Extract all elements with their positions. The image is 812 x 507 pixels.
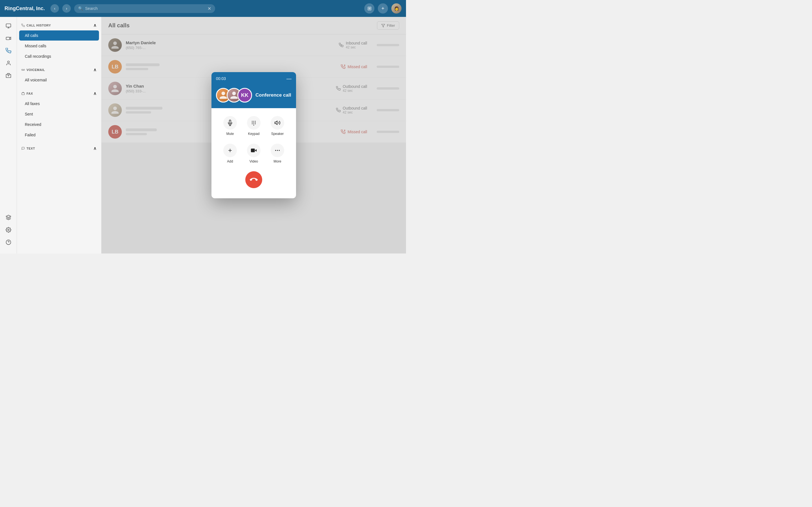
fax-header[interactable]: FAX ∧ bbox=[17, 87, 101, 98]
apps-button[interactable]: ⊞ bbox=[364, 3, 374, 13]
svg-point-9 bbox=[22, 69, 23, 70]
main-layout: CALL HISTORY ∧ All calls Missed calls Ca… bbox=[0, 17, 406, 253]
svg-point-22 bbox=[253, 122, 254, 123]
rail-icon-plugins[interactable] bbox=[3, 212, 14, 223]
call-history-title: CALL HISTORY bbox=[21, 24, 51, 27]
rail-icon-contacts[interactable] bbox=[3, 57, 14, 69]
mute-button[interactable]: Mute bbox=[223, 116, 237, 136]
fax-title: FAX bbox=[21, 92, 33, 95]
sidebar-item-sent[interactable]: Sent bbox=[19, 109, 99, 119]
text-title: TEXT bbox=[21, 147, 35, 150]
rail-bottom bbox=[3, 212, 14, 250]
svg-point-20 bbox=[255, 121, 256, 122]
svg-point-10 bbox=[23, 69, 25, 70]
voicemail-collapse-icon: ∧ bbox=[93, 67, 97, 72]
text-header[interactable]: TEXT ∧ bbox=[17, 142, 101, 153]
svg-point-32 bbox=[279, 150, 280, 151]
modal-header: 00:03 — bbox=[211, 72, 296, 85]
mute-icon bbox=[223, 116, 237, 129]
speaker-label: Speaker bbox=[271, 132, 284, 136]
svg-point-18 bbox=[252, 121, 253, 122]
more-label: More bbox=[273, 159, 281, 163]
sidebar-item-call-recordings[interactable]: Call recordings bbox=[19, 51, 99, 61]
user-avatar[interactable]: 👩 bbox=[391, 3, 402, 13]
svg-rect-12 bbox=[22, 93, 24, 95]
icon-rail bbox=[0, 17, 17, 253]
voicemail-header[interactable]: VOICEMAIL ∧ bbox=[17, 64, 101, 75]
svg-marker-28 bbox=[275, 121, 277, 125]
speaker-button[interactable]: Speaker bbox=[271, 116, 284, 136]
fax-collapse-icon: ∧ bbox=[93, 91, 97, 96]
add-button[interactable]: + Add bbox=[223, 144, 237, 163]
video-icon bbox=[247, 144, 260, 157]
call-modal: 00:03 — KK Conference call bbox=[211, 72, 296, 198]
add-label: Add bbox=[227, 159, 233, 163]
modal-overlay: 00:03 — KK Conference call bbox=[101, 17, 406, 253]
sidebar-item-all-calls[interactable]: All calls bbox=[19, 31, 99, 41]
svg-point-6 bbox=[8, 229, 9, 231]
avatar-group: KK bbox=[216, 88, 252, 103]
more-button[interactable]: More bbox=[271, 144, 284, 163]
sidebar-item-all-faxes[interactable]: All faxes bbox=[19, 99, 99, 109]
search-bar: 🔍 ✕ bbox=[74, 4, 215, 13]
back-button[interactable]: ‹ bbox=[50, 4, 59, 13]
app-title: RingCentral, Inc. bbox=[4, 6, 45, 11]
svg-point-23 bbox=[255, 122, 256, 123]
add-icon: + bbox=[223, 144, 237, 157]
end-call-button[interactable] bbox=[245, 171, 262, 188]
more-icon bbox=[271, 144, 284, 157]
rail-icon-settings[interactable] bbox=[3, 224, 14, 235]
svg-point-24 bbox=[252, 123, 253, 124]
keypad-label: Keypad bbox=[248, 132, 260, 136]
modal-end-row bbox=[218, 171, 289, 193]
svg-point-2 bbox=[7, 61, 9, 63]
svg-point-19 bbox=[253, 121, 254, 122]
sidebar-item-missed-calls[interactable]: Missed calls bbox=[19, 41, 99, 51]
rail-icon-video[interactable] bbox=[3, 33, 14, 44]
sidebar-item-failed[interactable]: Failed bbox=[19, 130, 99, 140]
conference-call-label: Conference call bbox=[255, 93, 291, 98]
svg-point-25 bbox=[253, 123, 254, 124]
rail-icon-phone[interactable] bbox=[3, 45, 14, 56]
mute-label: Mute bbox=[226, 132, 234, 136]
add-button[interactable]: + bbox=[378, 3, 388, 13]
sidebar-item-received[interactable]: Received bbox=[19, 119, 99, 129]
rail-icon-messages[interactable] bbox=[3, 20, 14, 32]
svg-point-21 bbox=[252, 122, 253, 123]
svg-rect-0 bbox=[6, 24, 11, 27]
minimize-button[interactable]: — bbox=[287, 76, 292, 81]
sidebar: CALL HISTORY ∧ All calls Missed calls Ca… bbox=[17, 17, 101, 253]
video-label: Video bbox=[250, 159, 258, 163]
sidebar-item-all-voicemail[interactable]: All voicemail bbox=[19, 75, 99, 85]
topbar: RingCentral, Inc. ‹ › 🔍 ✕ ⊞ + 👩 bbox=[0, 0, 406, 17]
voicemail-title: VOICEMAIL bbox=[21, 68, 45, 71]
search-input[interactable] bbox=[85, 6, 205, 11]
main-content: All calls Filter Martyn Daniele (650) 76… bbox=[101, 17, 406, 253]
svg-point-30 bbox=[275, 150, 276, 151]
svg-point-26 bbox=[255, 123, 256, 124]
rail-icon-fax[interactable] bbox=[3, 70, 14, 81]
keypad-icon bbox=[247, 116, 260, 129]
call-timer: 00:03 bbox=[216, 76, 226, 81]
modal-avatars-section: KK Conference call bbox=[211, 85, 296, 108]
text-collapse-icon: ∧ bbox=[93, 146, 97, 151]
svg-rect-29 bbox=[251, 149, 255, 152]
speaker-icon bbox=[271, 116, 284, 129]
conference-avatar-3: KK bbox=[238, 88, 252, 103]
rail-icon-help[interactable] bbox=[3, 237, 14, 248]
topbar-right: ⊞ + 👩 bbox=[364, 3, 402, 13]
svg-point-31 bbox=[277, 150, 278, 151]
collapse-icon: ∧ bbox=[93, 22, 97, 28]
modal-controls-row-1: Mute Keypad Speaker bbox=[218, 116, 289, 136]
modal-controls-row-2: + Add Video bbox=[218, 144, 289, 163]
svg-rect-1 bbox=[6, 37, 10, 40]
search-clear-button[interactable]: ✕ bbox=[207, 6, 211, 11]
search-icon: 🔍 bbox=[78, 6, 83, 11]
forward-button[interactable]: › bbox=[62, 4, 71, 13]
modal-body: Mute Keypad Speaker bbox=[211, 108, 296, 198]
keypad-button[interactable]: Keypad bbox=[247, 116, 260, 136]
call-history-header[interactable]: CALL HISTORY ∧ bbox=[17, 19, 101, 30]
video-button[interactable]: Video bbox=[247, 144, 260, 163]
svg-point-27 bbox=[253, 125, 254, 126]
